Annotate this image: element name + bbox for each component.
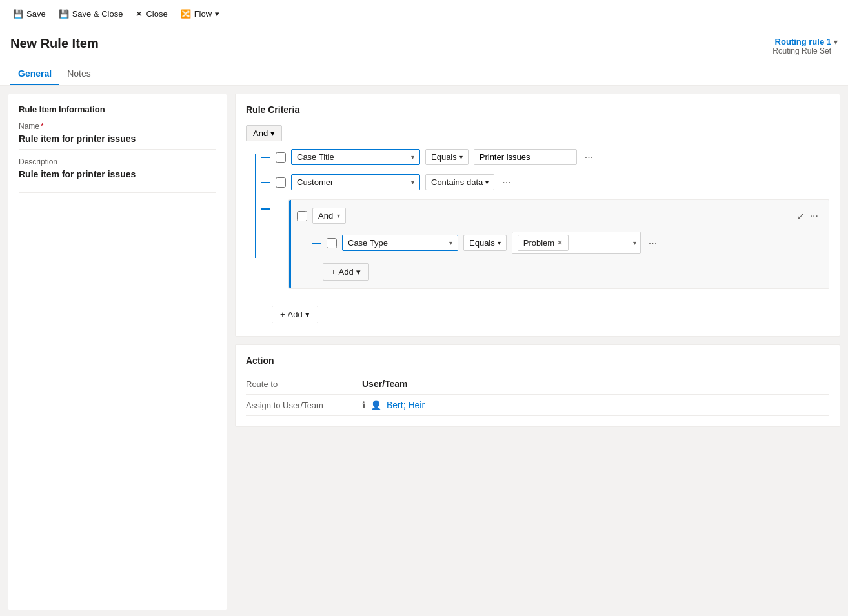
row2-checkbox[interactable]: [276, 177, 286, 188]
nested-row1-field-select[interactable]: Case Type ▾: [342, 235, 458, 251]
tags-area: Problem ✕: [512, 232, 629, 253]
and-label: And: [253, 128, 268, 138]
close-button[interactable]: ✕ Close: [130, 6, 172, 21]
nested-group-checkbox[interactable]: [297, 211, 307, 221]
nested-accent: [289, 200, 291, 288]
nested-operator-chevron-icon: ▾: [498, 239, 501, 246]
assign-value-link[interactable]: Bert; Heir: [387, 400, 425, 410]
flow-label: Flow: [194, 9, 212, 19]
nested-row1-checkbox[interactable]: [327, 238, 337, 248]
nested-add-icon: +: [331, 267, 336, 277]
name-value: Rule item for printer issues: [19, 134, 216, 150]
outer-add-icon: +: [280, 310, 285, 319]
nested-field-chevron-icon: ▾: [449, 239, 452, 246]
route-to-row: Route to User/Team: [246, 373, 829, 395]
nested-row1-value-field: Problem ✕ ▾: [512, 232, 641, 254]
panel-title: Rule Item Information: [19, 104, 216, 114]
panel-divider: [19, 192, 216, 193]
problem-tag: Problem ✕: [518, 235, 569, 251]
row2-operator-chevron-icon: ▾: [485, 179, 489, 186]
routing-rule-chevron-icon[interactable]: ▾: [834, 37, 838, 46]
description-label: Description: [19, 157, 216, 166]
assign-row: Assign to User/Team ℹ 👤 Bert; Heir: [246, 395, 829, 416]
save-close-label: Save & Close: [72, 9, 123, 19]
route-to-value: User/Team: [362, 379, 408, 389]
criteria-row-2: Customer ▾ Contains data ▾ ···: [261, 174, 829, 190]
routing-rule-sub: Routing Rule Set: [772, 46, 831, 55]
user-icon: 👤: [370, 400, 381, 410]
save-close-button[interactable]: 💾 Save & Close: [54, 6, 128, 21]
h-connector-2: [261, 182, 270, 183]
row2-field-select[interactable]: Customer ▾: [291, 174, 420, 190]
compress-button[interactable]: ⤢: [797, 211, 805, 221]
row1-value-input[interactable]: [474, 149, 577, 165]
row1-field-chevron-icon: ▾: [411, 154, 414, 161]
name-label: Name*: [19, 122, 216, 131]
h-connector-3: [261, 208, 270, 210]
assign-value-area: ℹ 👤 Bert; Heir: [362, 400, 425, 410]
assign-label: Assign to User/Team: [246, 401, 362, 410]
main-content: Rule Item Information Name* Rule item fo…: [0, 86, 848, 616]
row2-field-chevron-icon: ▾: [411, 179, 414, 186]
tab-bar: General Notes: [10, 61, 838, 85]
nested-row1-operator-select[interactable]: Equals ▾: [463, 235, 507, 251]
criteria-row-1: Case Title ▾ Equals ▾ ···: [261, 149, 829, 165]
nested-criteria-row-1: Case Type ▾ Equals ▾: [312, 232, 821, 254]
outer-add-button[interactable]: + Add ▾: [272, 306, 318, 323]
routing-rule-area: Routing rule 1 Routing Rule Set ▾: [772, 36, 838, 55]
flow-icon: 🔀: [181, 9, 191, 19]
toolbar: 💾 Save 💾 Save & Close ✕ Close 🔀 Flow ▾: [0, 0, 848, 28]
outer-add-label: Add: [288, 310, 303, 319]
row1-field-select[interactable]: Case Title ▾: [291, 149, 420, 165]
flow-button[interactable]: 🔀 Flow ▾: [176, 6, 225, 21]
routing-rule-info: Routing rule 1 Routing Rule Set: [772, 36, 831, 55]
right-panel: Rule Criteria And ▾ Case Title: [235, 94, 840, 610]
route-to-label: Route to: [246, 379, 362, 389]
nested-add-chevron-icon: ▾: [356, 267, 361, 277]
row2-operator-select[interactable]: Contains data ▾: [425, 174, 494, 190]
vertical-connector-line: [255, 154, 256, 258]
info-icon: ℹ: [362, 400, 365, 410]
nested-more-button[interactable]: ···: [807, 209, 821, 223]
criteria-container: And ▾ Case Title ▾ Eq: [246, 123, 829, 326]
nested-group: And ▾ ⤢ ···: [288, 199, 829, 289]
row1-operator-chevron-icon: ▾: [459, 154, 463, 161]
and-chevron-icon: ▾: [270, 128, 275, 138]
nested-add-button[interactable]: + Add ▾: [323, 263, 369, 281]
tag-close-icon[interactable]: ✕: [557, 239, 563, 247]
rule-criteria-card: Rule Criteria And ▾ Case Title: [235, 94, 840, 337]
criteria-rows: Case Title ▾ Equals ▾ ···: [246, 149, 829, 297]
h-connector-1: [261, 157, 270, 158]
left-panel: Rule Item Information Name* Rule item fo…: [8, 94, 227, 610]
nested-add-label: Add: [339, 267, 354, 277]
rule-criteria-title: Rule Criteria: [246, 104, 829, 115]
row1-more-button[interactable]: ···: [582, 150, 596, 164]
close-icon: ✕: [136, 9, 143, 19]
description-value: Rule item for printer issues: [19, 169, 216, 184]
nested-and-select[interactable]: And ▾: [312, 208, 346, 224]
nested-row1-more-button[interactable]: ···: [646, 236, 660, 250]
value-chevron-icon[interactable]: ▾: [629, 237, 640, 249]
nested-rows: Case Type ▾ Equals ▾: [297, 232, 821, 254]
save-icon: 💾: [13, 9, 23, 19]
save-label: Save: [26, 9, 46, 19]
outer-add-area: + Add ▾: [246, 306, 829, 323]
nested-h-connector: [312, 243, 321, 244]
page-header: New Rule Item Routing rule 1 Routing Rul…: [0, 28, 848, 86]
action-title: Action: [246, 355, 829, 366]
routing-rule-link[interactable]: Routing rule 1: [775, 37, 831, 46]
chevron-down-icon: ▾: [215, 9, 219, 19]
row1-operator-select[interactable]: Equals ▾: [425, 149, 469, 165]
outer-add-chevron-icon: ▾: [305, 310, 310, 319]
row2-more-button[interactable]: ···: [500, 175, 513, 190]
nested-group-row: And ▾ ⤢ ···: [261, 199, 829, 297]
nested-and-chevron-icon: ▾: [337, 212, 340, 219]
save-button[interactable]: 💾 Save: [8, 6, 51, 21]
row1-checkbox[interactable]: [276, 152, 286, 163]
tab-notes[interactable]: Notes: [59, 63, 99, 85]
tab-general[interactable]: General: [10, 63, 59, 85]
and-button[interactable]: And ▾: [246, 125, 282, 141]
nested-group-header: And ▾ ⤢ ···: [297, 208, 821, 224]
save-close-icon: 💾: [59, 9, 69, 19]
close-label: Close: [146, 9, 167, 19]
